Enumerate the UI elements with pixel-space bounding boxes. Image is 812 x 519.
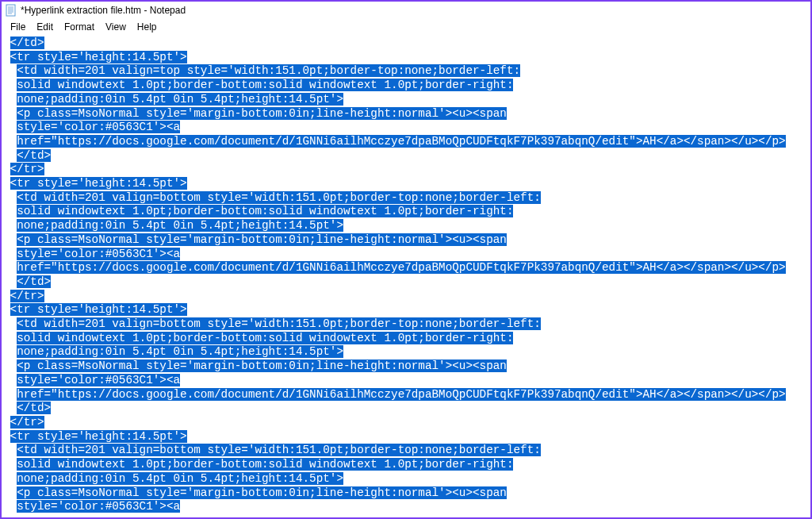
editor-line[interactable]: style='color:#0563C1'><a <box>3 500 809 514</box>
editor-line[interactable]: none;padding:0in 5.4pt 0in 5.4pt;height:… <box>3 472 809 486</box>
menu-edit[interactable]: Edit <box>31 21 59 33</box>
editor-line[interactable]: solid windowtext 1.0pt;border-bottom:sol… <box>3 458 809 472</box>
editor-line[interactable]: <p class=MsoNormal style='margin-bottom:… <box>3 486 809 501</box>
editor-line[interactable]: </td> <box>3 402 809 416</box>
notepad-icon <box>5 4 17 17</box>
titlebar: *Hyperlink extraction file.htm - Notepad <box>2 2 810 19</box>
menu-file[interactable]: File <box>5 21 31 33</box>
editor-line[interactable]: </tr> <box>3 163 809 177</box>
editor-line[interactable]: solid windowtext 1.0pt;border-bottom:sol… <box>3 79 809 93</box>
menubar: File Edit Format View Help <box>2 19 810 35</box>
editor-line[interactable]: style='color:#0563C1'><a <box>3 248 809 262</box>
editor-line[interactable]: </tr> <box>3 290 809 304</box>
editor-line[interactable]: none;padding:0in 5.4pt 0in 5.4pt;height:… <box>3 93 809 107</box>
editor-line[interactable]: </td> <box>3 37 809 51</box>
editor-line[interactable]: none;padding:0in 5.4pt 0in 5.4pt;height:… <box>3 345 809 359</box>
editor-line[interactable]: <p class=MsoNormal style='margin-bottom:… <box>3 359 809 374</box>
window-title: *Hyperlink extraction file.htm - Notepad <box>21 5 186 16</box>
editor-line[interactable]: href="https://docs.google.com/document/d… <box>3 388 809 402</box>
editor-line[interactable]: <td width=201 valign=bottom style='width… <box>3 444 809 458</box>
editor-line[interactable]: none;padding:0in 5.4pt 0in 5.4pt;height:… <box>3 219 809 233</box>
editor-line[interactable]: style='color:#0563C1'><a <box>3 374 809 388</box>
editor-line[interactable]: <td width=201 valign=top style='width:15… <box>3 64 809 79</box>
editor-line[interactable]: <tr style='height:14.5pt'> <box>3 177 809 191</box>
editor-line[interactable]: <td width=201 valign=bottom style='width… <box>3 191 809 206</box>
editor-line[interactable]: <tr style='height:14.5pt'> <box>3 51 809 65</box>
editor-line[interactable]: <p class=MsoNormal style='margin-bottom:… <box>3 107 809 121</box>
editor-line[interactable]: style='color:#0563C1'><a <box>3 121 809 135</box>
editor-line[interactable]: </td> <box>3 149 809 163</box>
editor-line[interactable]: solid windowtext 1.0pt;border-bottom:sol… <box>3 205 809 219</box>
editor-line[interactable]: <p class=MsoNormal style='margin-bottom:… <box>3 233 809 248</box>
text-editor-area[interactable]: </td> <tr style='height:14.5pt'> <td wid… <box>2 35 810 517</box>
menu-help[interactable]: Help <box>132 21 163 33</box>
editor-line[interactable]: <td width=201 valign=bottom style='width… <box>3 317 809 332</box>
menu-format[interactable]: Format <box>59 21 100 33</box>
menu-view[interactable]: View <box>100 21 132 33</box>
editor-line[interactable]: <tr style='height:14.5pt'> <box>3 303 809 317</box>
editor-line[interactable]: </td> <box>3 275 809 290</box>
editor-line[interactable]: </tr> <box>3 416 809 430</box>
editor-line[interactable]: solid windowtext 1.0pt;border-bottom:sol… <box>3 332 809 346</box>
editor-line[interactable]: href="https://docs.google.com/document/d… <box>3 135 809 149</box>
editor-line[interactable]: <tr style='height:14.5pt'> <box>3 430 809 444</box>
editor-line[interactable]: href="https://docs.google.com/document/d… <box>3 261 809 275</box>
